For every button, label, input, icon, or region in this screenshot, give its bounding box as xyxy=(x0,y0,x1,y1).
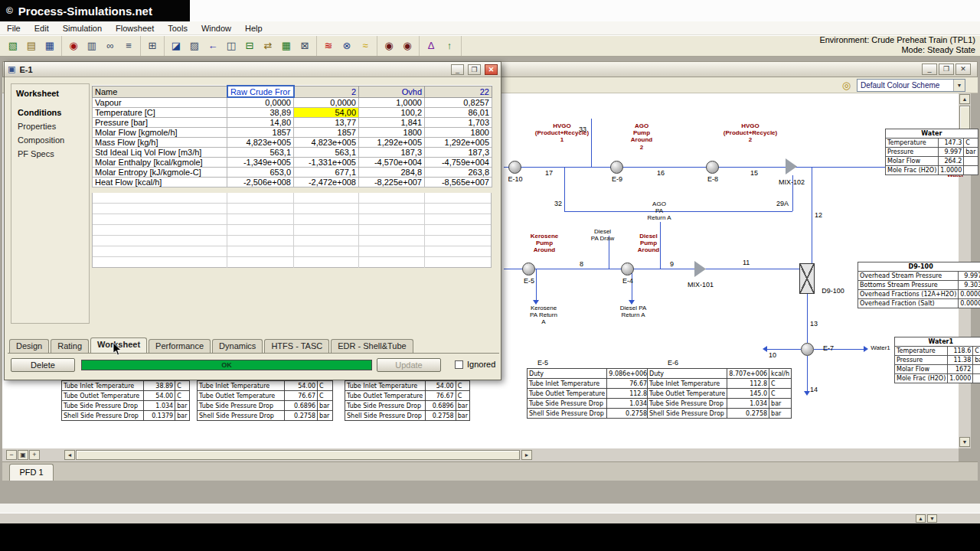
menu-item[interactable]: Flowsheet xyxy=(109,22,161,34)
nav-item-conditions[interactable]: Conditions xyxy=(11,106,89,119)
value-cell[interactable]: 86,01 xyxy=(425,108,492,118)
nav-item-pf-specs[interactable]: PF Specs xyxy=(11,147,89,161)
tab-design[interactable]: Design xyxy=(9,339,49,353)
update-button[interactable]: Update xyxy=(377,358,441,372)
zoom-box-button[interactable]: ▣ xyxy=(18,450,28,460)
scroll-down-icon[interactable]: ▼ xyxy=(959,437,970,447)
value-cell[interactable]: 1,0000 xyxy=(359,97,425,108)
equipment-e4[interactable] xyxy=(621,262,634,276)
nav-item-composition[interactable]: Composition xyxy=(11,133,89,147)
value-cell[interactable]: 14,80 xyxy=(227,118,294,128)
value-cell[interactable]: 563,1 xyxy=(227,148,294,158)
outer-scroll-down-icon[interactable]: ▼ xyxy=(927,514,937,523)
column-header-stream22[interactable]: 22 xyxy=(425,86,492,97)
value-cell[interactable]: 1,292e+005 xyxy=(425,138,492,148)
split-window-icon[interactable]: ◫ xyxy=(223,38,240,54)
menu-item[interactable]: Tools xyxy=(161,22,194,34)
solver-up-icon[interactable]: ↑ xyxy=(441,38,458,54)
pin-icon[interactable]: ◉ xyxy=(65,38,82,54)
scroll-left-icon[interactable]: ◄ xyxy=(64,450,75,460)
dialog-titlebar[interactable]: ▣ E-1 _ ❐ ✕ xyxy=(5,62,501,77)
pfd-minimize-button[interactable]: _ xyxy=(922,64,937,75)
tab-htfs-tasc[interactable]: HTFS - TASC xyxy=(264,339,329,353)
notes-icon[interactable]: ≡ xyxy=(120,38,137,54)
swap-icon[interactable]: ⇄ xyxy=(260,38,276,54)
value-cell[interactable]: 563,1 xyxy=(294,148,359,158)
value-cell[interactable]: 1,703 xyxy=(425,118,492,128)
value-cell[interactable]: 38,89 xyxy=(227,108,294,118)
value-cell[interactable]: -8,225e+007 xyxy=(359,178,425,187)
tab-dynamics[interactable]: Dynamics xyxy=(212,339,263,353)
tab-edr-shelltube[interactable]: EDR - Shell&Tube xyxy=(331,339,413,353)
value-cell[interactable]: 1857 xyxy=(294,128,359,138)
value-cell[interactable]: 4,823e+005 xyxy=(294,138,359,148)
pfd-tab[interactable]: PFD 1 xyxy=(9,464,54,481)
dialog-close-button[interactable]: ✕ xyxy=(485,64,498,75)
column-header-ovhd[interactable]: Ovhd xyxy=(359,86,425,97)
value-cell[interactable]: 4,823e+005 xyxy=(227,138,294,148)
workbook-icon[interactable]: ▦ xyxy=(278,38,295,54)
keypad-icon[interactable]: ▥ xyxy=(83,38,100,54)
value-cell[interactable]: 1800 xyxy=(425,128,492,138)
equipment-e7[interactable] xyxy=(801,343,814,356)
value-cell[interactable]: 1,841 xyxy=(359,118,425,128)
equipment-d9100[interactable] xyxy=(799,263,815,294)
new-case-icon[interactable]: ▧ xyxy=(5,38,21,54)
tile-icon[interactable]: ⊟ xyxy=(241,38,258,54)
dialog-restore-button[interactable]: ❐ xyxy=(468,64,481,75)
value-cell[interactable]: -1,331e+005 xyxy=(294,158,359,168)
snapshot-icon[interactable]: ◉ xyxy=(381,38,397,54)
value-cell[interactable]: -2,472e+008 xyxy=(294,178,359,187)
zoom-out-button[interactable]: − xyxy=(6,450,17,460)
copy-icon[interactable]: ▨ xyxy=(186,38,203,54)
value-cell[interactable]: 1800 xyxy=(359,128,425,138)
ignored-checkbox[interactable] xyxy=(455,360,463,369)
save-icon[interactable]: ▦ xyxy=(41,38,58,54)
value-cell[interactable]: 187,3 xyxy=(425,148,492,158)
horizontal-scroll-thumb[interactable] xyxy=(76,450,520,460)
menu-item[interactable]: Help xyxy=(238,22,270,34)
menu-item[interactable]: Window xyxy=(194,22,238,34)
reactions-icon[interactable]: Δ xyxy=(423,38,439,54)
value-cell[interactable]: 54,00 xyxy=(294,108,359,118)
find-icon[interactable]: ∞ xyxy=(102,38,119,54)
value-cell[interactable]: 1857 xyxy=(227,128,294,138)
column-header-raw-crude[interactable]: Raw Crude Fror xyxy=(227,86,294,97)
pfd-restore-button[interactable]: ❐ xyxy=(939,64,954,75)
streams-icon[interactable]: ≋ xyxy=(320,38,337,54)
value-cell[interactable]: -2,506e+008 xyxy=(227,178,294,187)
back-icon[interactable]: ← xyxy=(204,38,221,54)
value-cell[interactable]: 653,0 xyxy=(227,168,294,178)
equipment-e8[interactable] xyxy=(706,161,719,174)
value-cell[interactable]: 1,292e+005 xyxy=(359,138,425,148)
value-cell[interactable]: 677,1 xyxy=(294,168,359,178)
value-cell[interactable]: 0,8257 xyxy=(425,97,492,108)
pfd-view-icon[interactable]: ◪ xyxy=(168,38,185,54)
equipment-e10[interactable] xyxy=(508,161,521,174)
tab-performance[interactable]: Performance xyxy=(149,339,211,353)
value-cell[interactable]: -1,349e+005 xyxy=(227,158,294,168)
scroll-up-icon[interactable]: ▲ xyxy=(959,94,970,104)
export-icon[interactable]: ⊠ xyxy=(296,38,313,54)
nav-item-properties[interactable]: Properties xyxy=(11,119,89,133)
value-cell[interactable]: 284,8 xyxy=(359,168,425,178)
value-cell[interactable]: -4,759e+004 xyxy=(425,158,492,168)
zoom-in-button[interactable]: + xyxy=(29,450,40,460)
menu-item[interactable]: Simulation xyxy=(56,22,109,34)
value-cell[interactable]: 100,2 xyxy=(359,108,425,118)
value-cell[interactable]: 187,3 xyxy=(359,148,425,158)
delete-button[interactable]: Delete xyxy=(11,358,75,372)
utility-icon[interactable]: ≈ xyxy=(357,38,374,54)
snapshot2-icon[interactable]: ◉ xyxy=(399,38,416,54)
scroll-right-icon[interactable]: ► xyxy=(521,450,532,460)
colour-scheme-dropdown[interactable]: Default Colour Scheme ▼ xyxy=(857,79,965,92)
open-case-icon[interactable]: ▤ xyxy=(23,38,40,54)
value-cell[interactable]: 0,0000 xyxy=(294,97,359,108)
value-cell[interactable]: 263,8 xyxy=(425,168,492,178)
pfd-close-button[interactable]: ✕ xyxy=(956,64,971,75)
equipment-e5[interactable] xyxy=(522,262,535,276)
column-header-stream2[interactable]: 2 xyxy=(294,86,359,97)
outer-scrollbar[interactable] xyxy=(0,513,980,523)
equipment-e9[interactable] xyxy=(610,161,623,174)
value-cell[interactable]: -8,565e+007 xyxy=(425,178,492,187)
